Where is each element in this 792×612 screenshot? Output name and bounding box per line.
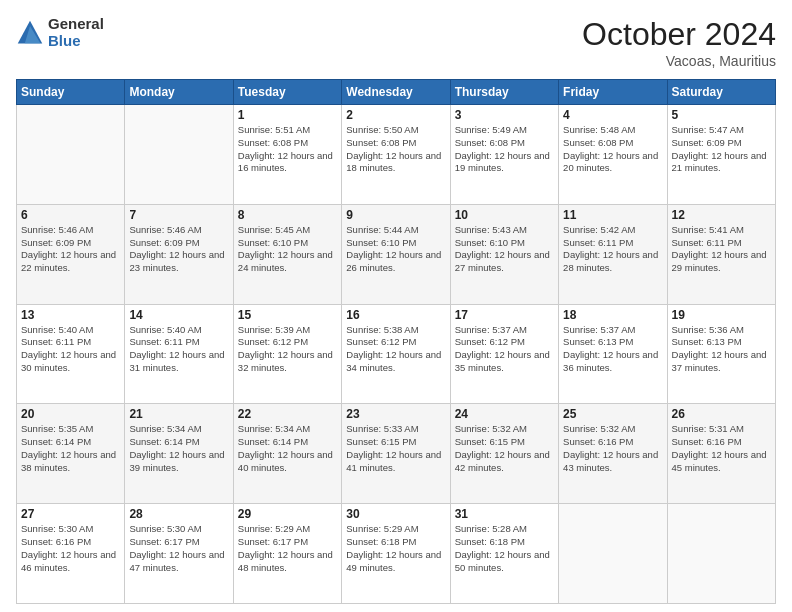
day-number: 28 <box>129 507 228 521</box>
day-number: 9 <box>346 208 445 222</box>
day-number: 2 <box>346 108 445 122</box>
calendar-cell-0-5: 4Sunrise: 5:48 AM Sunset: 6:08 PM Daylig… <box>559 105 667 205</box>
day-detail: Sunrise: 5:34 AM Sunset: 6:14 PM Dayligh… <box>129 423 228 474</box>
calendar-cell-4-2: 29Sunrise: 5:29 AM Sunset: 6:17 PM Dayli… <box>233 504 341 604</box>
day-detail: Sunrise: 5:41 AM Sunset: 6:11 PM Dayligh… <box>672 224 771 275</box>
calendar-cell-1-2: 8Sunrise: 5:45 AM Sunset: 6:10 PM Daylig… <box>233 204 341 304</box>
day-number: 1 <box>238 108 337 122</box>
day-number: 15 <box>238 308 337 322</box>
day-detail: Sunrise: 5:30 AM Sunset: 6:16 PM Dayligh… <box>21 523 120 574</box>
day-number: 24 <box>455 407 554 421</box>
calendar-cell-3-3: 23Sunrise: 5:33 AM Sunset: 6:15 PM Dayli… <box>342 404 450 504</box>
day-number: 13 <box>21 308 120 322</box>
calendar-cell-1-4: 10Sunrise: 5:43 AM Sunset: 6:10 PM Dayli… <box>450 204 558 304</box>
day-detail: Sunrise: 5:50 AM Sunset: 6:08 PM Dayligh… <box>346 124 445 175</box>
day-detail: Sunrise: 5:31 AM Sunset: 6:16 PM Dayligh… <box>672 423 771 474</box>
day-detail: Sunrise: 5:38 AM Sunset: 6:12 PM Dayligh… <box>346 324 445 375</box>
calendar-cell-4-4: 31Sunrise: 5:28 AM Sunset: 6:18 PM Dayli… <box>450 504 558 604</box>
calendar-cell-0-2: 1Sunrise: 5:51 AM Sunset: 6:08 PM Daylig… <box>233 105 341 205</box>
day-number: 5 <box>672 108 771 122</box>
day-number: 29 <box>238 507 337 521</box>
calendar-cell-4-5 <box>559 504 667 604</box>
day-number: 18 <box>563 308 662 322</box>
day-detail: Sunrise: 5:36 AM Sunset: 6:13 PM Dayligh… <box>672 324 771 375</box>
day-number: 26 <box>672 407 771 421</box>
day-detail: Sunrise: 5:39 AM Sunset: 6:12 PM Dayligh… <box>238 324 337 375</box>
day-number: 10 <box>455 208 554 222</box>
calendar-cell-0-3: 2Sunrise: 5:50 AM Sunset: 6:08 PM Daylig… <box>342 105 450 205</box>
calendar-cell-2-3: 16Sunrise: 5:38 AM Sunset: 6:12 PM Dayli… <box>342 304 450 404</box>
day-number: 11 <box>563 208 662 222</box>
calendar-cell-1-5: 11Sunrise: 5:42 AM Sunset: 6:11 PM Dayli… <box>559 204 667 304</box>
calendar-cell-4-1: 28Sunrise: 5:30 AM Sunset: 6:17 PM Dayli… <box>125 504 233 604</box>
logo-icon <box>16 19 44 47</box>
calendar-cell-4-6 <box>667 504 775 604</box>
logo-general-text: General <box>48 16 104 33</box>
day-detail: Sunrise: 5:37 AM Sunset: 6:13 PM Dayligh… <box>563 324 662 375</box>
calendar-cell-3-1: 21Sunrise: 5:34 AM Sunset: 6:14 PM Dayli… <box>125 404 233 504</box>
day-detail: Sunrise: 5:46 AM Sunset: 6:09 PM Dayligh… <box>129 224 228 275</box>
calendar-table: SundayMondayTuesdayWednesdayThursdayFrid… <box>16 79 776 604</box>
day-detail: Sunrise: 5:35 AM Sunset: 6:14 PM Dayligh… <box>21 423 120 474</box>
day-number: 31 <box>455 507 554 521</box>
day-detail: Sunrise: 5:48 AM Sunset: 6:08 PM Dayligh… <box>563 124 662 175</box>
day-detail: Sunrise: 5:37 AM Sunset: 6:12 PM Dayligh… <box>455 324 554 375</box>
calendar-cell-2-2: 15Sunrise: 5:39 AM Sunset: 6:12 PM Dayli… <box>233 304 341 404</box>
day-number: 30 <box>346 507 445 521</box>
calendar-week-row-2: 13Sunrise: 5:40 AM Sunset: 6:11 PM Dayli… <box>17 304 776 404</box>
weekday-header-friday: Friday <box>559 80 667 105</box>
day-detail: Sunrise: 5:47 AM Sunset: 6:09 PM Dayligh… <box>672 124 771 175</box>
weekday-header-saturday: Saturday <box>667 80 775 105</box>
weekday-header-row: SundayMondayTuesdayWednesdayThursdayFrid… <box>17 80 776 105</box>
calendar-cell-3-2: 22Sunrise: 5:34 AM Sunset: 6:14 PM Dayli… <box>233 404 341 504</box>
calendar-cell-1-1: 7Sunrise: 5:46 AM Sunset: 6:09 PM Daylig… <box>125 204 233 304</box>
day-number: 19 <box>672 308 771 322</box>
location-subtitle: Vacoas, Mauritius <box>582 53 776 69</box>
weekday-header-thursday: Thursday <box>450 80 558 105</box>
calendar-cell-0-0 <box>17 105 125 205</box>
day-number: 8 <box>238 208 337 222</box>
day-number: 4 <box>563 108 662 122</box>
weekday-header-tuesday: Tuesday <box>233 80 341 105</box>
calendar-cell-2-5: 18Sunrise: 5:37 AM Sunset: 6:13 PM Dayli… <box>559 304 667 404</box>
weekday-header-monday: Monday <box>125 80 233 105</box>
day-detail: Sunrise: 5:49 AM Sunset: 6:08 PM Dayligh… <box>455 124 554 175</box>
title-area: October 2024 Vacoas, Mauritius <box>582 16 776 69</box>
calendar-cell-1-0: 6Sunrise: 5:46 AM Sunset: 6:09 PM Daylig… <box>17 204 125 304</box>
day-number: 21 <box>129 407 228 421</box>
day-number: 12 <box>672 208 771 222</box>
day-number: 22 <box>238 407 337 421</box>
day-detail: Sunrise: 5:45 AM Sunset: 6:10 PM Dayligh… <box>238 224 337 275</box>
day-number: 6 <box>21 208 120 222</box>
day-detail: Sunrise: 5:29 AM Sunset: 6:18 PM Dayligh… <box>346 523 445 574</box>
day-detail: Sunrise: 5:51 AM Sunset: 6:08 PM Dayligh… <box>238 124 337 175</box>
calendar-cell-3-4: 24Sunrise: 5:32 AM Sunset: 6:15 PM Dayli… <box>450 404 558 504</box>
day-detail: Sunrise: 5:42 AM Sunset: 6:11 PM Dayligh… <box>563 224 662 275</box>
day-number: 14 <box>129 308 228 322</box>
logo: General Blue <box>16 16 104 49</box>
day-number: 17 <box>455 308 554 322</box>
month-title: October 2024 <box>582 16 776 53</box>
calendar-cell-3-5: 25Sunrise: 5:32 AM Sunset: 6:16 PM Dayli… <box>559 404 667 504</box>
calendar-week-row-0: 1Sunrise: 5:51 AM Sunset: 6:08 PM Daylig… <box>17 105 776 205</box>
day-detail: Sunrise: 5:32 AM Sunset: 6:16 PM Dayligh… <box>563 423 662 474</box>
calendar-week-row-3: 20Sunrise: 5:35 AM Sunset: 6:14 PM Dayli… <box>17 404 776 504</box>
day-number: 16 <box>346 308 445 322</box>
day-detail: Sunrise: 5:40 AM Sunset: 6:11 PM Dayligh… <box>129 324 228 375</box>
calendar-cell-0-4: 3Sunrise: 5:49 AM Sunset: 6:08 PM Daylig… <box>450 105 558 205</box>
calendar-cell-3-0: 20Sunrise: 5:35 AM Sunset: 6:14 PM Dayli… <box>17 404 125 504</box>
day-detail: Sunrise: 5:28 AM Sunset: 6:18 PM Dayligh… <box>455 523 554 574</box>
page: General Blue October 2024 Vacoas, Maurit… <box>0 0 792 612</box>
calendar-cell-2-6: 19Sunrise: 5:36 AM Sunset: 6:13 PM Dayli… <box>667 304 775 404</box>
calendar-cell-2-0: 13Sunrise: 5:40 AM Sunset: 6:11 PM Dayli… <box>17 304 125 404</box>
day-detail: Sunrise: 5:30 AM Sunset: 6:17 PM Dayligh… <box>129 523 228 574</box>
day-number: 23 <box>346 407 445 421</box>
day-detail: Sunrise: 5:46 AM Sunset: 6:09 PM Dayligh… <box>21 224 120 275</box>
day-detail: Sunrise: 5:40 AM Sunset: 6:11 PM Dayligh… <box>21 324 120 375</box>
calendar-cell-0-1 <box>125 105 233 205</box>
day-detail: Sunrise: 5:43 AM Sunset: 6:10 PM Dayligh… <box>455 224 554 275</box>
logo-text: General Blue <box>48 16 104 49</box>
calendar-week-row-1: 6Sunrise: 5:46 AM Sunset: 6:09 PM Daylig… <box>17 204 776 304</box>
day-number: 3 <box>455 108 554 122</box>
calendar-cell-2-1: 14Sunrise: 5:40 AM Sunset: 6:11 PM Dayli… <box>125 304 233 404</box>
